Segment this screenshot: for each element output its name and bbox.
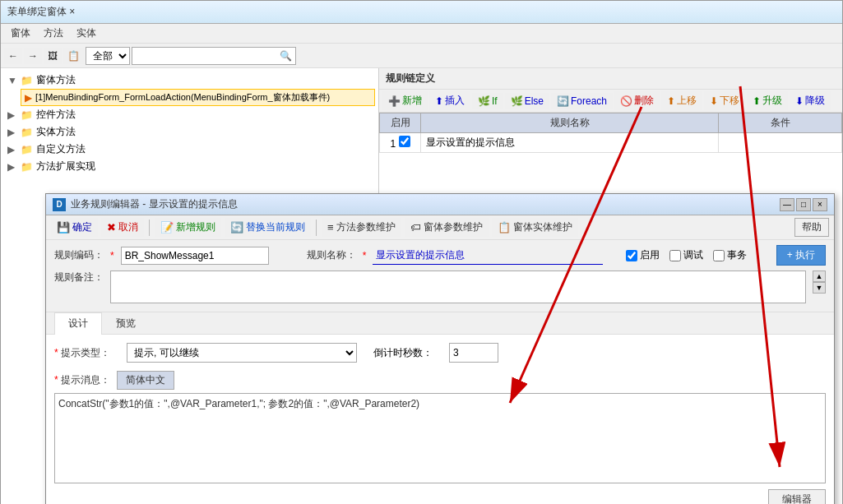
folder-icon-3: 📁: [21, 127, 33, 138]
expand-icon-3: ▶: [7, 127, 17, 138]
tab-preview[interactable]: 预览: [102, 312, 150, 334]
rule-upgrade-label: 升级: [762, 94, 782, 108]
form-row-code: 规则编码： * 规则名称： * 启用 调试 事务: [54, 245, 826, 266]
confirm-button[interactable]: 💾 确定: [51, 218, 98, 237]
dialog-form: 规则编码： * 规则名称： * 启用 调试 事务: [46, 240, 834, 312]
name-input[interactable]: [373, 247, 603, 265]
rule-downgrade-label: 降级: [805, 94, 825, 108]
replace-icon: 🔄: [230, 221, 243, 234]
expand-icon-4: ▶: [7, 144, 17, 155]
rule-downgrade-btn[interactable]: ⬇ 降级: [790, 91, 831, 110]
tree-node-extend[interactable]: ▶ 📁 方法扩展实现: [4, 158, 375, 175]
enabled-label: 启用: [640, 248, 660, 262]
save-icon: 💾: [57, 221, 70, 234]
code-input[interactable]: [121, 247, 269, 265]
tree-node-custom[interactable]: ▶ 📁 自定义方法: [4, 141, 375, 158]
expand-icon-2: ▶: [7, 109, 17, 121]
tree-node-control-label: 控件方法: [36, 108, 76, 122]
forward-button[interactable]: →: [24, 48, 42, 64]
folder-icon-2: 📁: [21, 109, 33, 121]
editor-button[interactable]: 编辑器: [768, 489, 826, 504]
dialog-minimize-btn[interactable]: —: [780, 198, 794, 211]
rule-foreach-btn[interactable]: 🔄 Foreach: [551, 93, 613, 109]
rule-row-name: 显示设置的提示信息: [421, 133, 719, 153]
new-rule-button[interactable]: 📝 新增规则: [155, 218, 221, 237]
folder-icon-5: 📁: [21, 161, 33, 173]
filter-select[interactable]: 全部: [86, 47, 130, 65]
main-toolbar: ← → 🖼 📋 全部 🔍: [1, 44, 842, 68]
rules-data-table: 启用 规则名称 条件 1 显示设置的提示信息: [379, 113, 842, 153]
dialog-toolbar: 💾 确定 ✖ 取消 📝 新增规则 🔄 替换当前规则 ≡ 方法参数维护 🏷 窗体参…: [46, 215, 834, 240]
msg-required-star: *: [54, 374, 61, 386]
downgrade-icon: ⬇: [795, 95, 804, 107]
message-header: * 提示消息： 简体中文: [54, 371, 826, 390]
debug-checkbox-item: 调试: [669, 248, 703, 262]
rule-if-label: If: [492, 95, 498, 107]
replace-rule-button[interactable]: 🔄 替换当前规则: [225, 218, 311, 237]
rule-delete-btn[interactable]: 🚫 删除: [614, 91, 660, 110]
copy-button[interactable]: 📋: [63, 48, 84, 64]
rule-up-btn[interactable]: ⬆ 上移: [661, 91, 702, 110]
tree-node-entity[interactable]: ▶ 📁 实体方法: [4, 123, 375, 141]
prompt-type-row: * 提示类型： 提示, 可以继续 倒计时秒数：: [54, 343, 826, 363]
folder-icon: 📁: [21, 75, 33, 86]
rule-delete-label: 删除: [634, 94, 654, 108]
note-arrow-down[interactable]: ▼: [813, 282, 826, 294]
rule-new-btn[interactable]: ➕ 新增: [382, 91, 428, 110]
task-checkbox[interactable]: [713, 250, 725, 261]
tab-design[interactable]: 设计: [54, 312, 102, 335]
menu-item-window[interactable]: 窗体: [4, 25, 37, 42]
rule-insert-btn[interactable]: ⬆ 插入: [429, 91, 470, 110]
help-button[interactable]: 帮助: [794, 218, 829, 237]
lang-tab[interactable]: 简体中文: [117, 371, 174, 390]
new-rule-label: 新增规则: [176, 220, 215, 234]
rule-down-btn[interactable]: ⬇ 下移: [704, 91, 745, 110]
dialog-business-rules: D 业务规则编辑器 - 显示设置的提示信息 — □ × 💾 确定 ✖ 取消 📝 …: [45, 193, 835, 504]
toolbar-separator-2: [316, 220, 317, 236]
plus-icon: ➕: [388, 95, 401, 107]
foreach-icon: 🔄: [557, 95, 569, 107]
rules-header: 规则链定义: [379, 68, 842, 90]
form-param-label: 窗体参数维护: [424, 220, 483, 234]
tree-node-custom-label: 自定义方法: [36, 142, 86, 156]
form-param-icon: 🏷: [410, 221, 421, 234]
message-textarea[interactable]: ConcatStr("参数1的值：",@VAR_Parameter1,"; 参数…: [54, 393, 826, 483]
expand-icon: ▼: [7, 75, 17, 86]
method-param-button[interactable]: ≡ 方法参数维护: [322, 218, 401, 237]
back-button[interactable]: ←: [4, 48, 22, 64]
name-required-star: *: [363, 250, 367, 261]
search-icon[interactable]: 🔍: [280, 50, 292, 62]
note-row: 规则备注： ▲ ▼: [54, 270, 826, 303]
dialog-content: * 提示类型： 提示, 可以继续 倒计时秒数： * 提示消息： 简体中文 Con…: [46, 335, 834, 504]
note-arrow-up[interactable]: ▲: [813, 270, 826, 282]
dialog-close-btn[interactable]: ×: [813, 198, 827, 211]
tree-node-method-1[interactable]: ▶ [1]MenuBindingForm_FormLoadAction(Menu…: [21, 89, 375, 106]
tree-node-control[interactable]: ▶ 📁 控件方法: [4, 106, 375, 123]
exec-button[interactable]: + 执行: [776, 245, 826, 266]
menu-item-entity[interactable]: 实体: [70, 25, 103, 42]
note-arrows: ▲ ▼: [813, 270, 826, 294]
entity-icon: 📋: [498, 221, 511, 234]
search-input[interactable]: [132, 47, 296, 65]
rule-else-btn[interactable]: 🌿 Else: [505, 93, 549, 109]
table-row[interactable]: 1 显示设置的提示信息: [380, 133, 842, 153]
dialog-maximize-btn[interactable]: □: [796, 198, 811, 211]
entity-maint-button[interactable]: 📋 窗体实体维护: [492, 218, 578, 237]
debug-checkbox[interactable]: [669, 250, 681, 261]
entity-maint-label: 窗体实体维护: [513, 220, 572, 234]
rule-if-btn[interactable]: 🌿 If: [472, 93, 503, 109]
form-param-button[interactable]: 🏷 窗体参数维护: [405, 218, 489, 237]
rule-enabled-checkbox[interactable]: [399, 136, 410, 147]
tree-node-folder-root[interactable]: ▼ 📁 窗体方法: [4, 72, 375, 89]
countdown-input[interactable]: [449, 343, 498, 363]
menu-item-method[interactable]: 方法: [37, 25, 70, 42]
rule-upgrade-btn[interactable]: ⬆ 升级: [747, 91, 788, 110]
note-input[interactable]: [110, 270, 806, 303]
cancel-button[interactable]: ✖ 取消: [101, 218, 144, 237]
rule-insert-label: 插入: [445, 94, 465, 108]
enabled-checkbox[interactable]: [626, 250, 637, 261]
code-label: 规则编码：: [54, 248, 104, 262]
prompt-type-select[interactable]: 提示, 可以继续: [127, 343, 357, 363]
main-window-title: 茉单绑定窗体 ×: [7, 5, 836, 19]
image-button[interactable]: 🖼: [44, 48, 62, 64]
